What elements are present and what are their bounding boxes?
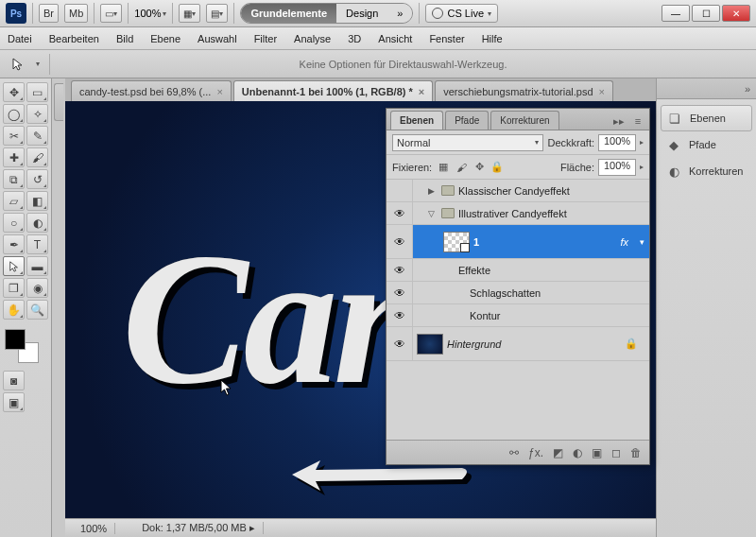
visibility-toggle[interactable]: 👁	[387, 225, 413, 258]
eyedropper-tool[interactable]: ✎	[26, 126, 48, 146]
new-group-icon[interactable]: ▣	[592, 446, 602, 459]
minibridge-button[interactable]: Mb	[64, 4, 88, 23]
cs-live-button[interactable]: CS Live▾	[425, 4, 498, 23]
3d-tool[interactable]: ❐	[3, 278, 25, 298]
history-brush-tool[interactable]: ↺	[26, 169, 48, 189]
blur-tool[interactable]: ○	[3, 213, 25, 233]
fx-indicator[interactable]: fx	[620, 236, 636, 248]
doc-tab-unbenannt[interactable]: Unbenannt-1 bei 100% (1, RGB/8) *×	[233, 80, 433, 101]
zoom-tool[interactable]: 🔍	[26, 300, 48, 320]
menu-bild[interactable]: Bild	[116, 33, 133, 44]
panel-shortcut-ebenen[interactable]: ❏ Ebenen	[661, 105, 752, 131]
fill-slider-icon[interactable]: ▸	[640, 163, 644, 171]
quick-mask-toggle[interactable]: ◙	[3, 371, 25, 390]
gradient-tool[interactable]: ◧	[26, 191, 48, 211]
layer-mask-icon[interactable]: ◩	[553, 446, 563, 459]
3d-camera-tool[interactable]: ◉	[26, 278, 48, 298]
lock-pixels-icon[interactable]: 🖌	[454, 160, 469, 175]
collapse-icon[interactable]: ▶	[428, 186, 438, 196]
layer-style-icon[interactable]: ƒx.	[528, 446, 543, 459]
menu-bearbeiten[interactable]: Bearbeiten	[49, 33, 99, 44]
lasso-tool[interactable]: ◯	[3, 104, 25, 124]
screen-mode-button[interactable]: ▭▾	[100, 4, 122, 23]
move-tool[interactable]: ✥	[3, 82, 25, 102]
link-layers-icon[interactable]: ⚯	[509, 446, 519, 459]
dodge-tool[interactable]: ◐	[26, 213, 48, 233]
lock-position-icon[interactable]: ✥	[472, 160, 487, 175]
layers-tab-korrekturen[interactable]: Korrekturen	[490, 111, 558, 130]
brush-tool[interactable]: 🖌	[26, 147, 48, 167]
menu-filter[interactable]: Filter	[254, 33, 277, 44]
collapsed-panel-tab[interactable]	[54, 83, 63, 121]
menu-fenster[interactable]: Fenster	[429, 33, 464, 44]
status-zoom[interactable]: 100%	[73, 523, 115, 534]
doc-tab-candy-test[interactable]: candy-test.psd bei 69,8% (...×	[71, 80, 232, 101]
doc-tab-verschiebung[interactable]: verschiebungsmatrix-tutorial.psd×	[435, 80, 613, 101]
type-tool[interactable]: T	[26, 234, 48, 254]
opacity-slider-icon[interactable]: ▸	[640, 138, 644, 147]
layer-group-klassischer[interactable]: ▶ Klassischer Candyeffekt	[387, 180, 649, 202]
visibility-toggle[interactable]: 👁	[387, 282, 413, 303]
menu-auswahl[interactable]: Auswahl	[198, 33, 237, 44]
fill-input[interactable]: 100%	[598, 159, 636, 176]
layer-group-illustrativer[interactable]: 👁 ▽ Illustrativer Candyeffekt	[387, 202, 649, 225]
view-extras-button[interactable]: ▦▾	[179, 4, 200, 23]
pen-tool[interactable]: ✒	[3, 234, 25, 254]
crop-tool[interactable]: ✂	[3, 126, 25, 146]
layer-effect-schlagschatten[interactable]: 👁 Schlagschatten	[387, 282, 649, 304]
menu-3d[interactable]: 3D	[348, 33, 361, 44]
layers-tab-pfade[interactable]: Pfade	[445, 111, 489, 130]
layers-tab-ebenen[interactable]: Ebenen	[390, 111, 443, 130]
menu-hilfe[interactable]: Hilfe	[482, 33, 503, 44]
visibility-toggle[interactable]: 👁	[387, 259, 413, 281]
healing-tool[interactable]: ✚	[3, 147, 25, 167]
new-layer-icon[interactable]: ◻	[611, 446, 621, 459]
bridge-button[interactable]: Br	[39, 4, 59, 23]
close-icon[interactable]: ×	[599, 86, 605, 97]
color-swatches[interactable]	[3, 327, 41, 365]
zoom-select[interactable]: 100%▾	[134, 8, 166, 19]
layer-thumbnail[interactable]: ▾	[443, 232, 470, 252]
screen-mode-toggle[interactable]: ▣	[3, 392, 25, 412]
lock-all-icon[interactable]: 🔒	[490, 160, 505, 175]
adjustment-layer-icon[interactable]: ◐	[573, 446, 582, 459]
panel-shortcut-pfade[interactable]: ◆ Pfade	[661, 131, 752, 158]
layer-smart-object-1[interactable]: 👁 ▾ 1 fx ▾	[387, 225, 649, 259]
window-minimize[interactable]: —	[662, 5, 690, 22]
menu-datei[interactable]: Datei	[8, 33, 32, 44]
foreground-color-swatch[interactable]	[5, 329, 26, 350]
direct-selection-tool[interactable]	[3, 256, 25, 276]
close-icon[interactable]: ×	[419, 86, 424, 97]
lock-transparency-icon[interactable]: ▦	[436, 160, 451, 175]
visibility-toggle[interactable]: 👁	[387, 327, 413, 360]
workspace-switcher[interactable]: Grundelemente Design »	[240, 3, 413, 24]
menu-analyse[interactable]: Analyse	[294, 33, 331, 44]
menu-ansicht[interactable]: Ansicht	[378, 33, 412, 44]
magic-wand-tool[interactable]: ✧	[26, 104, 48, 124]
eraser-tool[interactable]: ▱	[3, 191, 25, 211]
close-icon[interactable]: ×	[216, 86, 222, 97]
shape-tool[interactable]: ▬	[26, 256, 48, 276]
hand-tool[interactable]: ✋	[3, 300, 25, 320]
visibility-toggle[interactable]	[387, 180, 413, 201]
stamp-tool[interactable]: ⧉	[3, 169, 25, 189]
marquee-tool[interactable]: ▭	[26, 82, 48, 102]
window-maximize[interactable]: ☐	[692, 5, 720, 22]
arrange-docs-button[interactable]: ▤▾	[206, 4, 228, 23]
layer-thumbnail[interactable]	[417, 334, 443, 355]
delete-layer-icon[interactable]: 🗑	[630, 446, 642, 459]
layer-effects-header[interactable]: 👁 Effekte	[387, 259, 649, 282]
panel-shortcut-korrekturen[interactable]: ◐ Korrekturen	[661, 158, 752, 184]
status-doc-size[interactable]: Dok: 1,37 MB/5,00 MB ▸	[134, 522, 264, 534]
panel-menu-icon[interactable]: ≡	[630, 115, 645, 128]
expand-icon[interactable]: ▽	[428, 209, 438, 218]
layer-hintergrund[interactable]: 👁 Hintergrund 🔒	[387, 327, 649, 361]
window-close[interactable]: ✕	[722, 5, 750, 22]
panel-collapse-icon[interactable]: ▸▸	[611, 115, 627, 128]
visibility-toggle[interactable]: 👁	[387, 202, 413, 224]
menu-ebene[interactable]: Ebene	[150, 33, 180, 44]
expand-panels-icon[interactable]: »	[745, 83, 750, 95]
blend-mode-select[interactable]: Normal▾	[392, 134, 543, 151]
visibility-toggle[interactable]: 👁	[387, 304, 413, 326]
opacity-input[interactable]: 100%	[598, 134, 636, 151]
